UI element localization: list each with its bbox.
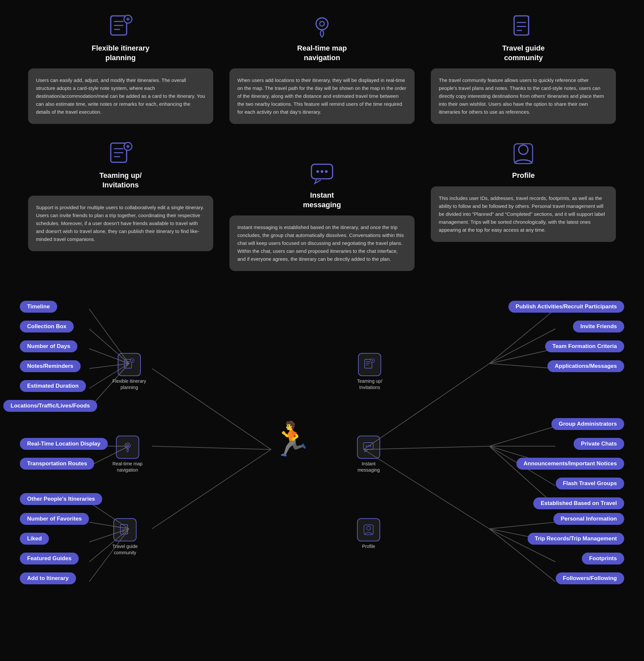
- chat-icon: [309, 160, 335, 187]
- svg-line-54: [489, 522, 555, 529]
- pill-personal-info: Personal Information: [553, 513, 624, 525]
- svg-line-33: [152, 369, 271, 449]
- guide-icon: [510, 13, 536, 40]
- svg-point-83: [370, 446, 371, 447]
- center-instant-messaging: Instant messaging: [357, 435, 380, 473]
- pill-liked: Liked: [20, 533, 49, 545]
- pill-applications-messages: Applications/Messages: [548, 360, 624, 372]
- instant-messaging-desc: Instant messaging is established based o…: [237, 225, 404, 262]
- center-chat-label: Instant messaging: [358, 461, 380, 473]
- svg-point-7: [316, 18, 328, 30]
- svg-point-66: [125, 443, 130, 448]
- svg-point-85: [367, 526, 371, 530]
- pill-announcements: Announcements/Important Notices: [516, 458, 624, 470]
- features-row2: Teaming up/ Invitations Support is provi…: [0, 124, 644, 271]
- instant-messaging-card: Instant messaging is established based o…: [229, 215, 415, 271]
- teaming-up-title: Teaming up/ Invitations: [99, 171, 142, 190]
- center-real-time-map: Real-time map navigation: [112, 435, 142, 473]
- svg-line-53: [364, 446, 489, 449]
- center-profile-label: Profile: [362, 543, 375, 549]
- center-teaming-up: Teaming up/ Invitations: [357, 353, 382, 390]
- itinerary-icon: [108, 13, 134, 40]
- feature-instant-messaging: Instant messaging Instant messaging is e…: [229, 160, 415, 271]
- svg-line-46: [489, 363, 555, 369]
- travel-guide-desc: The travel community feature allows user…: [439, 77, 604, 115]
- svg-point-67: [127, 445, 129, 447]
- center-travel-guide: Travel guide community: [112, 518, 138, 555]
- features-row1: Flexible itinerary planning Users can ea…: [0, 0, 644, 124]
- travel-guide-card: The travel community feature allows user…: [431, 68, 616, 124]
- svg-point-81: [366, 446, 367, 447]
- pill-publish-activities: Publish Activities/Recruit Participants: [508, 301, 624, 313]
- svg-line-52: [489, 446, 555, 506]
- svg-point-23: [321, 170, 323, 173]
- pill-collection-box: Collection Box: [20, 321, 74, 332]
- center-profile: Profile: [357, 518, 380, 549]
- profile-desc: This includes user IDs, addresses, trave…: [439, 195, 605, 233]
- center-map-icon: [116, 435, 139, 459]
- map-icon: [309, 13, 335, 40]
- feature-travel-guide: Travel guide community The travel commun…: [431, 13, 616, 124]
- svg-point-82: [368, 446, 369, 447]
- pill-group-admins: Group Administrators: [551, 418, 624, 430]
- feature-profile: Profile This includes user IDs, addresse…: [431, 140, 616, 242]
- center-flexible-planning: Flexible itinerary planning: [112, 353, 146, 390]
- center-chat-icon: [357, 435, 380, 459]
- real-time-map-title: Real-time map navigation: [297, 44, 347, 63]
- teaming-up-desc: Support is provided for multiple users t…: [36, 205, 204, 242]
- svg-point-8: [320, 22, 324, 26]
- flexible-itinerary-title: Flexible itinerary planning: [92, 44, 150, 63]
- svg-rect-68: [120, 524, 128, 534]
- svg-line-36: [152, 446, 271, 449]
- svg-line-58: [364, 449, 489, 529]
- pill-timeline: Timeline: [20, 301, 57, 313]
- travel-guide-title: Travel guide community: [502, 44, 545, 63]
- center-character: 🏃: [271, 420, 313, 459]
- svg-point-24: [325, 170, 328, 173]
- center-profile-icon: [357, 518, 380, 541]
- svg-rect-9: [514, 16, 529, 35]
- pill-add-to-itinerary: Add to Itinerary: [20, 572, 76, 584]
- svg-line-48: [489, 426, 555, 446]
- center-flexible-label: Flexible itinerary planning: [112, 378, 146, 390]
- svg-line-47: [364, 363, 489, 449]
- pill-transportation-routes: Transportation Routes: [20, 458, 94, 470]
- pill-established-based: Established Based on Travel: [533, 497, 624, 509]
- profile-icon: [510, 140, 536, 167]
- feature-real-time-map: Real-time map navigation When users add …: [229, 13, 415, 124]
- svg-point-25: [519, 145, 528, 154]
- pill-estimated-duration: Estimated Duration: [20, 380, 86, 392]
- profile-card: This includes user IDs, addresses, trave…: [431, 186, 616, 242]
- center-team-label: Teaming up/ Invitations: [357, 378, 382, 390]
- svg-line-43: [489, 309, 555, 363]
- pill-private-chats: Private Chats: [574, 438, 624, 450]
- center-guide-label: Travel guide community: [112, 543, 138, 555]
- center-flexible-icon: [118, 353, 141, 376]
- pill-number-favorites: Number of Favorites: [20, 513, 89, 525]
- instant-messaging-title: Instant messaging: [303, 191, 341, 210]
- pill-notes-reminders: Notes/Reminders: [20, 360, 80, 372]
- pill-footprints: Footprints: [582, 552, 624, 565]
- pill-other-itineraries: Other People's Itineraries: [20, 493, 102, 505]
- pill-trip-records: Trip Records/Trip Management: [528, 533, 624, 545]
- flexible-itinerary-desc: Users can easily add, adjust, and modify…: [36, 77, 205, 115]
- pill-number-of-days: Number of Days: [20, 340, 77, 352]
- profile-title: Profile: [512, 171, 534, 181]
- feature-teaming-up: Teaming up/ Invitations Support is provi…: [28, 140, 213, 251]
- pill-locations: Locations/Traffic/Lives/Foods: [3, 400, 97, 412]
- teaming-up-card: Support is provided for multiple users t…: [28, 196, 213, 251]
- svg-line-42: [152, 449, 271, 529]
- pill-real-time-location: Real-Time Location Display: [20, 438, 108, 450]
- center-guide-icon: [113, 518, 137, 541]
- pill-flash-travel: Flash Travel Groups: [556, 477, 624, 490]
- mindmap-section: Timeline Collection Box Number of Days N…: [0, 291, 644, 638]
- flexible-itinerary-card: Users can easily add, adjust, and modify…: [28, 68, 213, 124]
- real-time-map-desc: When users add locations to their itiner…: [237, 77, 406, 115]
- center-team-icon: [358, 353, 381, 376]
- pill-invite-friends: Invite Friends: [573, 321, 624, 332]
- pill-team-formation: Team Formation Criteria: [545, 340, 624, 352]
- center-map-label: Real-time map navigation: [112, 461, 142, 473]
- svg-line-45: [489, 349, 555, 363]
- feature-flexible-itinerary: Flexible itinerary planning Users can ea…: [28, 13, 213, 124]
- real-time-map-card: When users add locations to their itiner…: [229, 68, 415, 124]
